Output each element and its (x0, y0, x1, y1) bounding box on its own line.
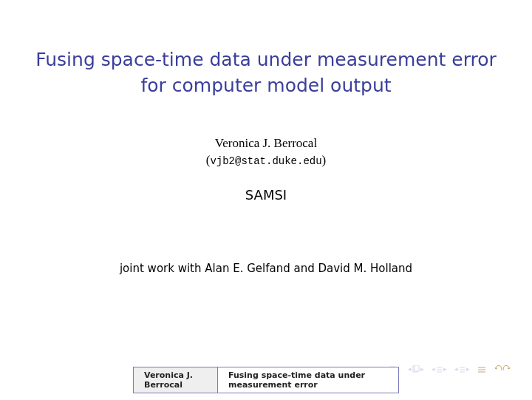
footer-bar: Veronica J. Berrocal Fusing space-time d… (133, 367, 399, 393)
nav-appendix[interactable] (477, 366, 486, 373)
footer-title: Fusing space-time data under measurement… (218, 367, 399, 393)
author-block: Veronica J. Berrocal (vjb2@stat.duke.edu… (0, 134, 532, 168)
triangle-right-icon: ▸ (466, 365, 470, 373)
beamer-nav-bar: ◂ ▸ ◂ ▸ ◂ ▸ ◂ ▸ (385, 365, 511, 373)
nav-back-forward[interactable] (494, 365, 511, 373)
joint-work: joint work with Alan E. Gelfand and Davi… (0, 262, 532, 275)
triangle-right-icon: ▸ (443, 365, 447, 373)
nav-next-subsection[interactable]: ◂ ▸ (454, 365, 470, 373)
slide: Fusing space-time data under measurement… (0, 0, 532, 400)
triangle-right-icon: ▸ (420, 365, 424, 373)
nav-prev-section[interactable]: ◂ ▸ (408, 365, 424, 373)
bars-icon (436, 366, 443, 373)
slide-title: Fusing space-time data under measurement… (30, 47, 502, 98)
bars-icon (477, 366, 486, 373)
affiliation: SAMSI (0, 187, 532, 203)
triangle-left-icon: ◂ (432, 365, 435, 373)
svg-rect-2 (415, 365, 419, 371)
nav-prev-subsection[interactable]: ◂ ▸ (432, 365, 447, 373)
author-email: vjb2@stat.duke.edu (210, 155, 321, 167)
footer-author: Veronica J. Berrocal (133, 367, 218, 393)
doc-icon (412, 365, 420, 373)
triangle-left-icon: ◂ (454, 365, 458, 373)
title-line-1: Fusing space-time data under measurement… (35, 49, 497, 70)
title-line-2: for computer model output (140, 75, 391, 96)
bars-icon (459, 366, 466, 373)
undo-redo-icon (494, 365, 511, 373)
author-email-line: (vjb2@stat.duke.edu) (0, 153, 532, 168)
triangle-left-icon: ◂ (408, 365, 412, 373)
author-name: Veronica J. Berrocal (0, 134, 532, 153)
